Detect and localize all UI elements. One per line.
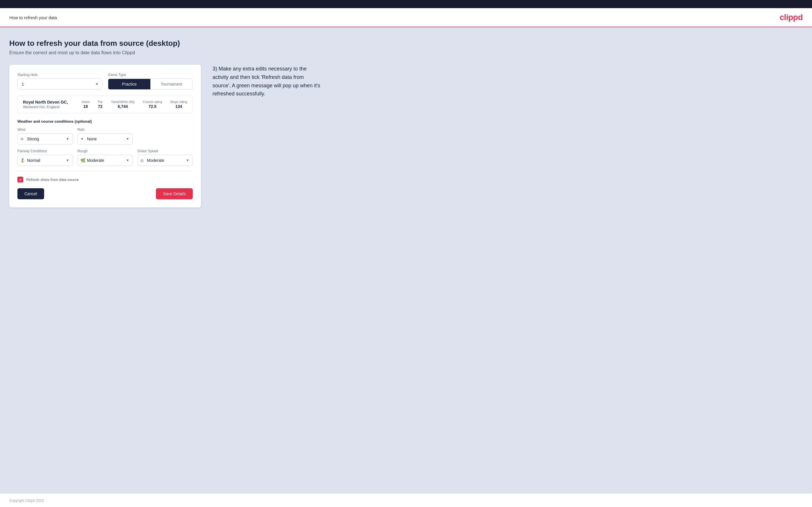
page-heading: How to refresh your data from source (de… [9,39,803,48]
par-label: Par [98,100,103,104]
course-stat-slope-rating: Slope rating 134 [170,100,187,109]
starting-hole-select[interactable]: 1 [17,78,102,90]
course-stat-course-rating: Course rating 72.5 [143,100,162,109]
green-speed-group: Green Speed ◎ Moderate ▼ [137,149,193,166]
rough-group: Rough 🌿 Moderate ▼ [78,149,133,166]
slope-rating-label: Slope rating [170,100,187,104]
game-type-group: Game Type Practice Tournament [108,73,193,90]
divider [17,171,193,171]
fairway-select-wrapper[interactable]: 🏌 Normal ▼ [17,155,73,166]
wind-select[interactable]: Strong [17,133,73,145]
rough-select-wrapper[interactable]: 🌿 Moderate ▼ [78,155,133,166]
course-location: Westward Ho!, England [23,105,82,109]
fairway-select[interactable]: Normal [17,155,73,166]
yards-label: Yards/White (M)) [111,100,135,104]
logo: clippd [780,13,803,22]
top-bar [0,0,812,8]
rough-label: Rough [78,149,133,153]
yards-value: 6,744 [118,104,128,109]
course-name-section: Royal North Devon GC, Westward Ho!, Engl… [23,100,82,109]
wind-select-wrapper[interactable]: ≋ Strong ▼ [17,133,73,145]
course-rating-value: 72.5 [149,104,156,109]
conditions-label: Weather and course conditions (optional) [17,119,193,123]
green-speed-select-wrapper[interactable]: ◎ Moderate ▼ [137,155,193,166]
wind-group: Wind ≋ Strong ▼ [17,128,73,145]
game-type-label: Game Type [108,73,193,77]
content-area: Starting Hole 1 ▼ Game Type Practice Tou… [9,65,803,207]
practice-button[interactable]: Practice [108,79,150,89]
course-rating-label: Course rating [143,100,162,104]
footer: Copyright Clippd 2022 [0,493,812,507]
course-name: Royal North Devon GC, [23,100,82,104]
course-stats: Holes 18 Par 72 Yards/White (M)) 6,744 C… [82,100,187,109]
rough-select[interactable]: Moderate [78,155,133,166]
fairway-group: Fairway Conditions 🏌 Normal ▼ [17,149,73,166]
header-title: How to refresh your data [9,15,57,20]
par-value: 72 [98,104,103,109]
rain-select[interactable]: None [78,133,133,145]
form-row-top: Starting Hole 1 ▼ Game Type Practice Tou… [17,73,193,90]
starting-hole-group: Starting Hole 1 ▼ [17,73,102,90]
side-text-content: 3) Make any extra edits necessary to the… [212,65,323,98]
main-content: How to refresh your data from source (de… [0,27,812,493]
form-card: Starting Hole 1 ▼ Game Type Practice Tou… [9,65,201,207]
course-stat-holes: Holes 18 [82,100,90,109]
side-text: 3) Make any extra edits necessary to the… [212,65,323,98]
header: How to refresh your data clippd [0,8,812,27]
button-row: Cancel Save Details [17,188,193,199]
page-subheading: Ensure the correct and most up to date d… [9,50,803,55]
conditions-row-2: Fairway Conditions 🏌 Normal ▼ Rough 🌿 [17,149,193,166]
rain-select-wrapper[interactable]: ✦ None ▼ [78,133,133,145]
wind-label: Wind [17,128,73,132]
course-info-box: Royal North Devon GC, Westward Ho!, Engl… [17,96,193,113]
course-stat-par: Par 72 [98,100,103,109]
green-speed-label: Green Speed [137,149,193,153]
rain-label: Rain [78,128,133,132]
starting-hole-select-wrapper[interactable]: 1 ▼ [17,78,102,90]
refresh-row: Refresh shots from data source [17,177,193,182]
refresh-checkbox[interactable] [17,177,23,182]
holes-value: 18 [83,104,88,109]
course-stat-yards: Yards/White (M)) 6,744 [111,100,135,109]
save-button[interactable]: Save Details [156,188,193,199]
refresh-label: Refresh shots from data source [26,177,79,182]
game-type-buttons: Practice Tournament [108,78,193,90]
green-speed-select[interactable]: Moderate [137,155,193,166]
rain-group: Rain ✦ None ▼ [78,128,133,145]
tournament-button[interactable]: Tournament [150,79,193,89]
wind-rain-row: Wind ≋ Strong ▼ Rain ✦ None [17,128,193,145]
footer-copyright: Copyright Clippd 2022 [9,499,44,503]
holes-label: Holes [82,100,90,104]
slope-rating-value: 134 [175,104,182,109]
fairway-label: Fairway Conditions [17,149,73,153]
cancel-button[interactable]: Cancel [17,188,44,199]
starting-hole-label: Starting Hole [17,73,102,77]
